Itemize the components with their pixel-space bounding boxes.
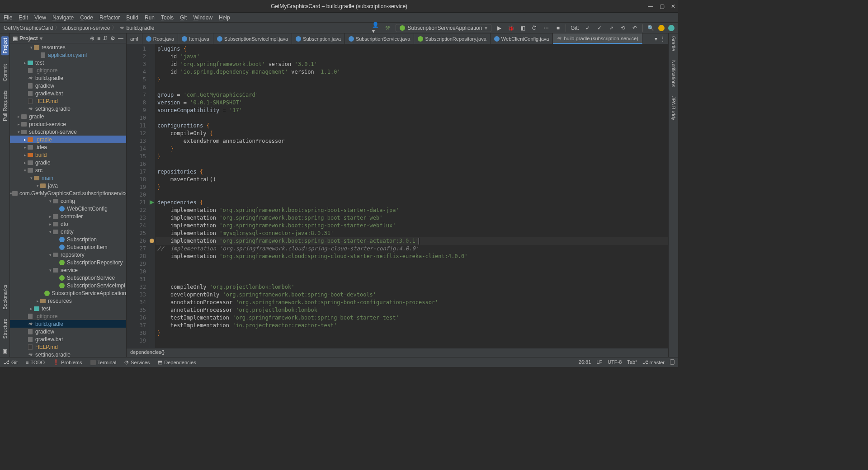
- tree-item[interactable]: gradlew.bat: [10, 89, 126, 97]
- bt-dependencies[interactable]: ⬒ Dependencies: [158, 359, 196, 365]
- tool-bookmarks[interactable]: Bookmarks: [2, 285, 8, 310]
- stop-button[interactable]: ■: [554, 24, 562, 32]
- editor-tab[interactable]: SubscriptionService.java: [345, 33, 414, 44]
- minimize-button[interactable]: —: [648, 3, 653, 9]
- tree-item[interactable]: application.yaml: [10, 51, 126, 59]
- tool-pull-requests[interactable]: Pull Requests: [2, 90, 8, 121]
- tree-item[interactable]: ▸.idea: [10, 143, 126, 151]
- menu-navigate[interactable]: Navigate: [52, 14, 74, 21]
- editor-tab[interactable]: Root.java: [142, 33, 178, 44]
- tree-item[interactable]: ▸controller: [10, 212, 126, 220]
- tree-item[interactable]: build.gradle: [10, 320, 126, 328]
- editor-breadcrumb[interactable]: dependencies{}: [127, 348, 668, 357]
- git-history-icon[interactable]: ⟲: [619, 24, 627, 32]
- line-separator[interactable]: LF: [596, 359, 602, 365]
- user-icon[interactable]: 👤▾: [372, 24, 380, 32]
- tree-item[interactable]: ▾src: [10, 166, 126, 174]
- close-button[interactable]: ✕: [671, 3, 675, 9]
- collapse-all-icon[interactable]: ⇵: [103, 35, 108, 42]
- jpa-buddy-icon[interactable]: [668, 25, 675, 31]
- tool-project[interactable]: Project: [1, 36, 9, 55]
- git-push-icon[interactable]: ↗: [607, 24, 615, 32]
- editor-tab[interactable]: Subscription.java: [292, 33, 345, 44]
- run-gutter-icon[interactable]: [150, 200, 154, 205]
- editor-tab[interactable]: aml: [127, 33, 142, 44]
- menu-tools[interactable]: Tools: [161, 14, 174, 21]
- git-commit-icon[interactable]: ✓: [595, 24, 604, 32]
- tree-item[interactable]: ▾subscription-service: [10, 128, 126, 136]
- build-hammer-icon[interactable]: ⚒: [384, 24, 392, 32]
- tree-item[interactable]: ▾com.GetMyGraphicsCard.subscriptionservi…: [10, 189, 126, 197]
- crumb-file[interactable]: build.gradle: [126, 25, 154, 31]
- tree-item[interactable]: build.gradle: [10, 74, 126, 82]
- tool-structure[interactable]: Structure: [2, 319, 8, 339]
- tree-item[interactable]: ▾repository: [10, 251, 126, 258]
- editor-tab[interactable]: SubscriptionRepository.java: [414, 33, 491, 44]
- project-panel-title[interactable]: ▣Project▾: [13, 35, 42, 42]
- file-encoding[interactable]: UTF-8: [608, 359, 622, 365]
- menu-view[interactable]: View: [34, 14, 46, 21]
- gutter-marks[interactable]: [149, 44, 156, 348]
- git-branch[interactable]: ⎇ master: [642, 359, 665, 365]
- crumb-project[interactable]: GetMyGraphicsCard: [4, 25, 53, 31]
- git-rollback-icon[interactable]: ↶: [631, 24, 639, 32]
- menu-help[interactable]: Help: [219, 14, 230, 21]
- expand-all-icon[interactable]: ≡: [97, 35, 100, 42]
- tree-item[interactable]: gradlew.bat: [10, 335, 126, 343]
- git-update-icon[interactable]: ✓: [584, 24, 592, 32]
- coverage-button[interactable]: ◧: [519, 24, 527, 32]
- indent-setting[interactable]: Tab*: [627, 359, 637, 365]
- tab-more-icon[interactable]: ⋮: [660, 36, 665, 42]
- tree-item[interactable]: ▸test: [10, 305, 126, 312]
- menu-git[interactable]: Git: [180, 14, 187, 21]
- menu-edit[interactable]: Edit: [19, 14, 28, 21]
- tree-item[interactable]: WebClientConfig: [10, 205, 126, 212]
- debug-button[interactable]: 🐞: [507, 24, 515, 32]
- editor-tab[interactable]: build.gradle (subscription-service): [553, 33, 642, 44]
- tree-item[interactable]: SubscriptionRepository: [10, 258, 126, 266]
- tree-item[interactable]: ▸gradle: [10, 113, 126, 120]
- tree-item[interactable]: HELP.md: [10, 97, 126, 105]
- crumb-module[interactable]: subscription-service: [62, 25, 110, 31]
- tree-item[interactable]: ▸test: [10, 59, 126, 66]
- tree-item[interactable]: ▸dto: [10, 220, 126, 228]
- tree-item[interactable]: ▸.gradle: [10, 136, 126, 143]
- tree-item[interactable]: ▸product-service: [10, 120, 126, 128]
- tool-notifications[interactable]: Notifications: [671, 60, 676, 87]
- profile-button[interactable]: ⏱: [530, 24, 538, 32]
- editor-tab[interactable]: Item.java: [178, 33, 213, 44]
- ide-assist-icon[interactable]: [658, 25, 665, 31]
- tree-item[interactable]: ▾entity: [10, 228, 126, 235]
- search-everywhere-icon[interactable]: 🔍: [646, 24, 655, 32]
- maximize-button[interactable]: ▢: [660, 3, 665, 9]
- tree-item[interactable]: ▸resources: [10, 297, 126, 305]
- menu-build[interactable]: Build: [126, 14, 138, 21]
- bt-terminal[interactable]: Terminal: [90, 360, 117, 365]
- tree-item[interactable]: SubscriptionItem: [10, 243, 126, 251]
- menu-window[interactable]: Window: [193, 14, 212, 21]
- menu-run[interactable]: Run: [145, 14, 155, 21]
- tree-item[interactable]: gradlew: [10, 82, 126, 89]
- line-gutter[interactable]: 1234567891011121314151617181920212223242…: [127, 44, 149, 348]
- menu-code[interactable]: Code: [80, 14, 93, 21]
- run-button[interactable]: ▶: [495, 24, 503, 32]
- menu-refactor[interactable]: Refactor: [99, 14, 120, 21]
- tree-item[interactable]: gradlew: [10, 328, 126, 335]
- tree-item[interactable]: ▾config: [10, 197, 126, 205]
- more-run-button[interactable]: ⋯: [542, 24, 550, 32]
- tool-gradle[interactable]: Gradle: [671, 36, 676, 51]
- tree-item[interactable]: Subscription: [10, 235, 126, 243]
- tool-window-icon[interactable]: ▣: [2, 348, 7, 354]
- tool-commit[interactable]: Commit: [2, 64, 8, 81]
- tree-item[interactable]: SubscriptionServiceApplication: [10, 289, 126, 297]
- bt-git[interactable]: ⎇ Git: [4, 359, 18, 365]
- tree-item[interactable]: settings.gradle: [10, 105, 126, 113]
- menu-file[interactable]: File: [4, 14, 12, 21]
- bt-problems[interactable]: ❗ Problems: [53, 359, 82, 365]
- tree-item[interactable]: ▾resources: [10, 43, 126, 51]
- tree-item[interactable]: settings.gradle: [10, 351, 126, 357]
- tool-jpa-buddy[interactable]: JPA Buddy: [671, 96, 676, 120]
- tree-item[interactable]: ▸build: [10, 151, 126, 159]
- tree-item[interactable]: HELP.md: [10, 343, 126, 351]
- code-editor[interactable]: plugins { id 'java' id 'org.springframew…: [156, 44, 668, 348]
